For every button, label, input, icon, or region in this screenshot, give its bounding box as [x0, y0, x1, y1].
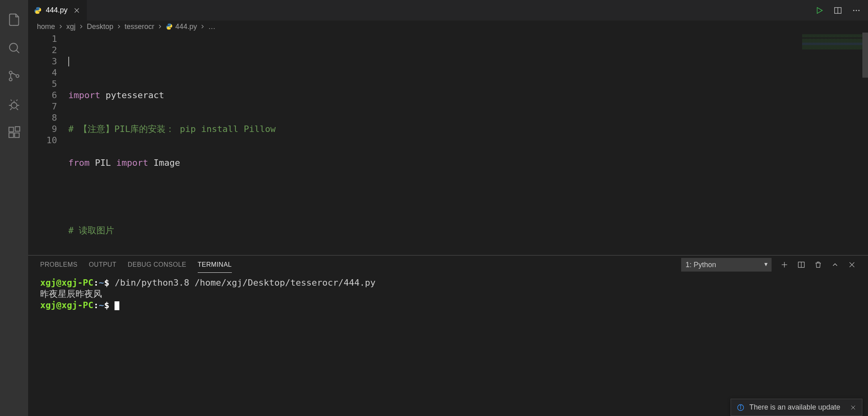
- chevron-right-icon: [57, 23, 64, 30]
- svg-point-17: [858, 10, 860, 11]
- panel-tab-output[interactable]: OUTPUT: [89, 261, 117, 272]
- svg-marker-12: [817, 7, 823, 13]
- panel-tab-terminal[interactable]: TERMINAL: [198, 261, 232, 273]
- tab-bar: 444.py: [28, 0, 868, 21]
- breadcrumb-segment[interactable]: home: [37, 23, 55, 31]
- line-numbers: 123 456 789 10: [28, 33, 68, 255]
- terminal-select[interactable]: 1: Python: [681, 258, 772, 272]
- breadcrumb-segment[interactable]: Desktop: [87, 23, 113, 31]
- svg-rect-9: [15, 127, 20, 131]
- close-icon[interactable]: [850, 404, 856, 411]
- text-cursor: [68, 57, 69, 66]
- maximize-panel-icon[interactable]: [831, 261, 839, 269]
- terminal-path: ~: [99, 278, 104, 288]
- terminal-command: /bin/python3.8 /home/xgj/Desktop/tessero…: [109, 278, 375, 288]
- source-control-icon[interactable]: [0, 62, 28, 90]
- terminal-cursor: [115, 301, 119, 310]
- editor-actions: [815, 6, 868, 15]
- svg-point-26: [740, 406, 741, 406]
- breadcrumb-segment[interactable]: tesserocr: [125, 23, 154, 31]
- breadcrumbs[interactable]: home xgj Desktop tesserocr 444.py …: [28, 21, 868, 33]
- chevron-right-icon: [157, 23, 163, 30]
- split-terminal-icon[interactable]: [797, 261, 805, 269]
- terminal-prompt: $: [104, 278, 109, 288]
- code-content[interactable]: import pytesseract # 【注意】PIL库的安装： pip in…: [68, 33, 868, 255]
- search-icon[interactable]: [0, 34, 28, 62]
- close-icon[interactable]: [72, 5, 82, 16]
- notification-text: There is an available update: [749, 403, 840, 412]
- svg-point-4: [16, 74, 19, 77]
- activity-bar: [0, 0, 28, 416]
- run-icon[interactable]: [815, 6, 824, 15]
- python-file-icon: [166, 23, 173, 30]
- terminal-selector[interactable]: 1: Python: [681, 258, 772, 272]
- python-file-icon: [34, 6, 42, 14]
- svg-point-3: [9, 78, 12, 81]
- breadcrumb-segment[interactable]: …: [208, 23, 215, 31]
- chevron-right-icon: [116, 23, 122, 30]
- svg-line-1: [16, 50, 19, 53]
- panel-tab-debug-console[interactable]: DEBUG CONSOLE: [128, 261, 186, 272]
- panel-tab-problems[interactable]: PROBLEMS: [40, 261, 78, 272]
- tab-filename: 444.py: [46, 6, 68, 14]
- split-editor-icon[interactable]: [833, 6, 842, 15]
- panel: PROBLEMS OUTPUT DEBUG CONSOLE TERMINAL 1…: [28, 255, 868, 416]
- debug-icon[interactable]: [0, 90, 28, 118]
- terminal[interactable]: xgj@xgj-PC:~$ /bin/python3.8 /home/xgj/D…: [28, 274, 868, 416]
- svg-point-2: [9, 71, 12, 74]
- explorer-icon[interactable]: [0, 6, 28, 34]
- svg-point-15: [853, 10, 854, 11]
- svg-rect-7: [9, 133, 13, 137]
- new-terminal-icon[interactable]: [780, 261, 788, 269]
- minimap[interactable]: [802, 34, 862, 49]
- chevron-right-icon: [199, 23, 206, 30]
- main-area: 444.py home xgj Desktop tesserocr: [28, 0, 868, 416]
- terminal-user: xgj@xgj-PC: [40, 278, 93, 288]
- svg-point-0: [10, 43, 18, 51]
- extensions-icon[interactable]: [0, 118, 28, 146]
- kill-terminal-icon[interactable]: [814, 261, 822, 269]
- breadcrumb-segment[interactable]: xgj: [66, 23, 76, 31]
- svg-point-5: [11, 103, 17, 108]
- close-panel-icon[interactable]: [848, 261, 856, 269]
- svg-rect-6: [9, 127, 13, 132]
- update-notification[interactable]: There is an available update: [731, 399, 862, 416]
- panel-header: PROBLEMS OUTPUT DEBUG CONSOLE TERMINAL 1…: [28, 255, 868, 274]
- code-editor[interactable]: 123 456 789 10 import pytesseract # 【注意】…: [28, 33, 868, 255]
- info-icon: [737, 404, 745, 412]
- editor-tab[interactable]: 444.py: [28, 0, 87, 21]
- svg-point-16: [856, 10, 857, 11]
- terminal-output: 昨夜星辰昨夜风: [40, 288, 856, 300]
- svg-rect-8: [14, 133, 19, 137]
- breadcrumb-segment[interactable]: 444.py: [166, 23, 197, 31]
- chevron-right-icon: [78, 23, 84, 30]
- vertical-scrollbar[interactable]: [862, 33, 868, 78]
- more-actions-icon[interactable]: [852, 6, 861, 15]
